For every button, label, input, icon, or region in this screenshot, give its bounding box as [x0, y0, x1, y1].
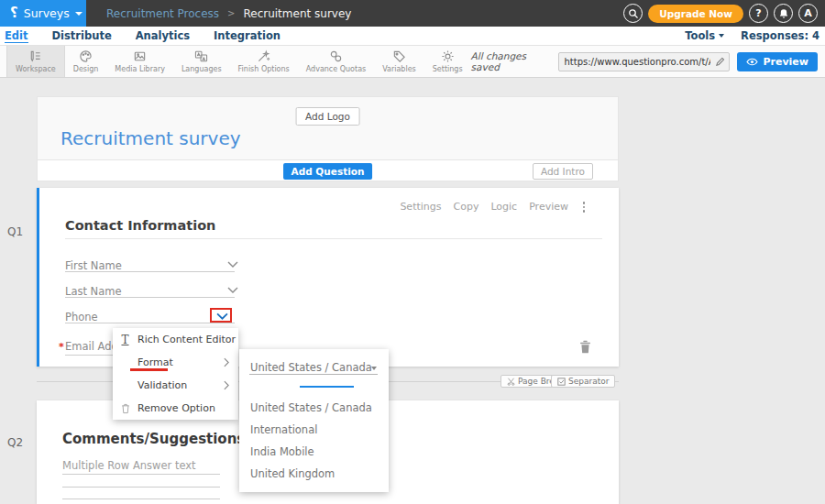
- tab-integration[interactable]: Integration: [214, 29, 280, 43]
- field-options-chevron[interactable]: [227, 287, 238, 293]
- scissors-icon: [507, 378, 515, 386]
- chevron-down-icon: [227, 287, 238, 293]
- breadcrumb: Recruitment Process > Recruitment survey: [106, 7, 351, 20]
- notifications-button[interactable]: [774, 4, 793, 23]
- eye-icon: [746, 58, 758, 66]
- tab-edit[interactable]: Edit: [5, 29, 28, 43]
- toolbar-label: Advance Quotas: [306, 65, 366, 73]
- menu-item-remove-option[interactable]: Remove Option: [113, 397, 238, 420]
- tools-menu[interactable]: Tools: [685, 29, 724, 42]
- field-underline: [65, 271, 235, 272]
- nav-right: Tools Responses: 4: [685, 29, 825, 42]
- question-copy-link[interactable]: Copy: [454, 201, 479, 213]
- format-option-international[interactable]: International: [250, 423, 317, 436]
- survey-title[interactable]: Recruitment survey: [60, 127, 241, 149]
- more-actions-icon[interactable]: [582, 201, 587, 214]
- question-settings-link[interactable]: Settings: [400, 201, 441, 213]
- toolbar-finish-options[interactable]: Finish Options: [230, 46, 298, 77]
- format-option-india-mobile[interactable]: India Mobile: [250, 445, 314, 458]
- breadcrumb-separator: >: [227, 8, 235, 18]
- preview-button[interactable]: Preview: [737, 52, 818, 71]
- question-title-q1[interactable]: Contact Information: [65, 218, 215, 233]
- toolbar-label: Finish Options: [238, 65, 290, 73]
- chain-links-icon: [329, 49, 343, 63]
- phone-field-options-chevron[interactable]: [216, 312, 228, 320]
- question-preview-link[interactable]: Preview: [529, 201, 568, 213]
- surveys-product-menu[interactable]: ? Surveys: [0, 0, 86, 27]
- tab-analytics[interactable]: Analytics: [136, 29, 190, 43]
- checkbox-icon: [557, 378, 566, 386]
- questionpro-survey-editor: ? Surveys Recruitment Process > Recruitm…: [0, 0, 825, 504]
- tab-distribute[interactable]: Distribute: [52, 29, 112, 43]
- toolbar-items: Workspace Design Media Library Languages…: [0, 46, 471, 77]
- toolbar-label: Design: [73, 65, 99, 73]
- tag-icon: [392, 49, 406, 63]
- chevron-down-icon: [75, 12, 82, 16]
- format-option-us-canada[interactable]: United States / Canada: [250, 401, 372, 414]
- multi-row-answer-placeholder[interactable]: Multiple Row Answer text: [62, 459, 196, 472]
- breadcrumb-parent-link[interactable]: Recruitment Process: [106, 7, 219, 20]
- save-status-text: All changes saved: [471, 50, 552, 72]
- add-intro-button[interactable]: Add Intro: [533, 163, 593, 180]
- separator-button[interactable]: Separator: [551, 375, 615, 388]
- responses-count-link[interactable]: Responses: 4: [741, 29, 820, 42]
- preview-label: Preview: [763, 56, 808, 68]
- trash-icon: [579, 340, 591, 354]
- format-submenu-panel: United States / Canada United States / C…: [239, 349, 389, 492]
- select-active-indicator: [300, 386, 354, 388]
- upgrade-now-button[interactable]: Upgrade Now: [648, 5, 743, 23]
- delete-field-button[interactable]: [579, 340, 591, 354]
- add-question-row: Add Question Add Intro: [37, 160, 619, 181]
- toolbar-label: Variables: [382, 65, 416, 73]
- required-marker: *: [59, 341, 64, 353]
- toolbar-variables[interactable]: Variables: [374, 46, 424, 77]
- question-title-q2[interactable]: Comments/Suggestions:: [62, 431, 250, 447]
- account-avatar[interactable]: A: [798, 4, 818, 23]
- field-last-name[interactable]: Last Name: [65, 285, 122, 298]
- magic-wand-icon: [257, 49, 270, 63]
- field-first-name[interactable]: First Name: [65, 259, 122, 272]
- product-label: Surveys: [24, 6, 70, 20]
- add-question-button[interactable]: Add Question: [283, 163, 373, 180]
- toolbar-advance-quotas[interactable]: Advance Quotas: [298, 46, 374, 77]
- toolbar-label: Media Library: [115, 65, 165, 73]
- survey-url-text: https://www.questionpro.com/t/APNrFZ: [559, 57, 710, 67]
- pencil-icon: [715, 57, 725, 67]
- chevron-right-icon: [224, 380, 229, 390]
- add-logo-button[interactable]: Add Logo: [295, 107, 360, 126]
- help-button[interactable]: ?: [749, 4, 768, 23]
- toolbar-design[interactable]: Design: [65, 46, 107, 77]
- toolbar-right: All changes saved https://www.questionpr…: [471, 46, 825, 77]
- field-options-chevron[interactable]: [227, 261, 238, 268]
- menu-item-rich-content-editor[interactable]: T Rich Content Editor: [113, 328, 238, 351]
- toolbar-settings[interactable]: Settings: [424, 46, 471, 77]
- search-button[interactable]: [623, 4, 643, 23]
- toolbar-label: Languages: [182, 65, 222, 73]
- separator-label: Separator: [568, 377, 609, 386]
- answer-line: [62, 474, 220, 475]
- editor-toolbar: Workspace Design Media Library Languages…: [0, 46, 825, 78]
- search-icon: [628, 8, 639, 19]
- menu-item-label: Rich Content Editor: [138, 334, 236, 345]
- question-logic-link[interactable]: Logic: [490, 201, 517, 213]
- field-phone[interactable]: Phone: [65, 311, 98, 323]
- question-title-underline: [65, 238, 602, 239]
- format-select-value[interactable]: United States / Canada: [250, 361, 372, 374]
- edit-url-button[interactable]: [710, 57, 729, 67]
- menu-item-validation[interactable]: Validation: [113, 374, 238, 397]
- toolbar-media-library[interactable]: Media Library: [106, 46, 173, 77]
- menu-item-format[interactable]: Format: [113, 351, 238, 374]
- question-actions: Settings Copy Logic Preview: [400, 201, 568, 213]
- survey-url-box[interactable]: https://www.questionpro.com/t/APNrFZ: [558, 52, 730, 71]
- select-caret-icon[interactable]: [371, 367, 377, 370]
- nav-tabs: Edit Distribute Analytics Integration: [0, 29, 280, 43]
- topbar-actions: Upgrade Now ? A: [623, 4, 825, 23]
- toolbar-languages[interactable]: Languages: [173, 46, 230, 77]
- toolbar-label: Workspace: [16, 65, 56, 73]
- format-option-united-kingdom[interactable]: United Kingdom: [250, 467, 335, 480]
- toolbar-workspace[interactable]: Workspace: [6, 46, 65, 77]
- field-underline: [65, 297, 235, 298]
- top-bar: ? Surveys Recruitment Process > Recruitm…: [0, 0, 825, 27]
- chevron-down-icon: [227, 261, 238, 268]
- menu-item-label: Remove Option: [138, 402, 215, 414]
